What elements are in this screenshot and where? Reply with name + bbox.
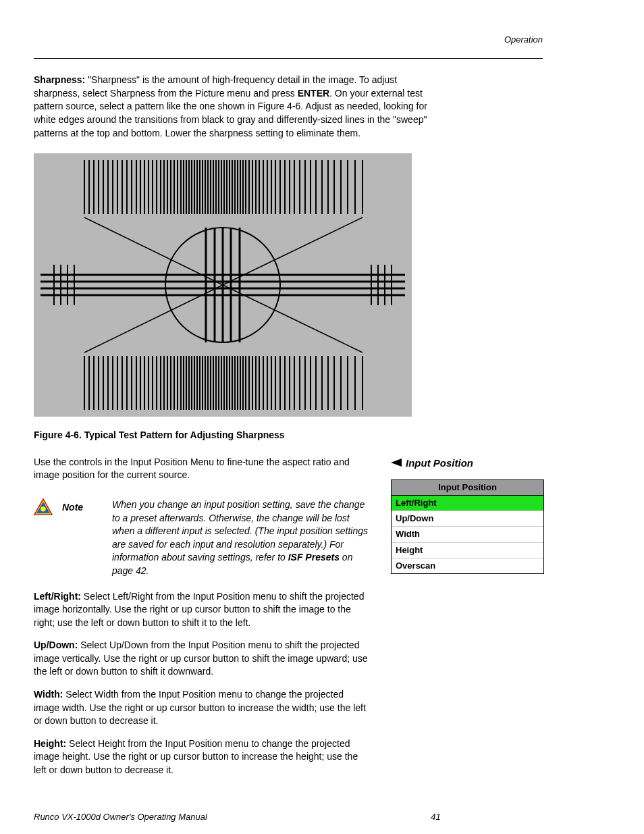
width-label: Width: bbox=[34, 689, 63, 700]
note-block: Note When you change an input position s… bbox=[34, 498, 371, 578]
sharpness-label: Sharpness: bbox=[34, 74, 85, 85]
caution-icon bbox=[34, 498, 53, 516]
sharpness-paragraph: Sharpness: "Sharpness" is the amount of … bbox=[34, 74, 439, 140]
input-position-intro: Use the controls in the Input Position M… bbox=[34, 456, 371, 482]
menu-item-left-right[interactable]: Left/Right bbox=[392, 496, 543, 511]
up-down-paragraph: Up/Down: Select Up/Down from the Input P… bbox=[34, 639, 371, 679]
menu-title: Input Position bbox=[392, 480, 543, 496]
input-position-menu: Input Position Left/Right Up/Down Width … bbox=[391, 479, 544, 574]
up-down-label: Up/Down: bbox=[34, 640, 78, 650]
header-rule bbox=[34, 58, 543, 59]
arrow-left-icon bbox=[391, 459, 402, 467]
height-label: Height: bbox=[34, 738, 66, 749]
menu-item-overscan[interactable]: Overscan bbox=[392, 558, 543, 573]
header-section: Operation bbox=[34, 34, 543, 46]
figure-caption: Figure 4-6. Typical Test Pattern for Adj… bbox=[34, 429, 439, 442]
enter-key: ENTER bbox=[298, 88, 329, 99]
width-paragraph: Width: Select Width from the Input Posit… bbox=[34, 688, 371, 728]
side-heading-text: Input Position bbox=[406, 456, 473, 470]
note-label: Note bbox=[62, 498, 103, 515]
left-right-label: Left/Right: bbox=[34, 591, 81, 602]
up-down-text: Select Up/Down from the Input Position m… bbox=[34, 640, 368, 677]
footer-page: 41 bbox=[431, 811, 440, 823]
height-paragraph: Height: Select Height from the Input Pos… bbox=[34, 737, 371, 777]
width-text: Select Width from the Input Position men… bbox=[34, 689, 366, 726]
note-text: When you change an input position settin… bbox=[112, 498, 371, 578]
left-right-text: Select Left/Right from the Input Positio… bbox=[34, 591, 364, 628]
height-text: Select Height from the Input Position me… bbox=[34, 738, 358, 775]
side-heading-input-position: Input Position bbox=[391, 456, 543, 470]
footer-title: Runco VX-1000d Owner's Operating Manual bbox=[34, 811, 207, 823]
footer: Runco VX-1000d Owner's Operating Manual … bbox=[34, 811, 543, 823]
menu-item-up-down[interactable]: Up/Down bbox=[392, 511, 543, 527]
left-right-paragraph: Left/Right: Select Left/Right from the I… bbox=[34, 590, 371, 630]
menu-item-width[interactable]: Width bbox=[392, 527, 543, 542]
svg-point-168 bbox=[41, 506, 45, 511]
isf-presets-link[interactable]: ISF Presets bbox=[288, 552, 340, 563]
figure-sharpness-pattern bbox=[34, 153, 412, 417]
menu-item-height[interactable]: Height bbox=[392, 543, 543, 558]
